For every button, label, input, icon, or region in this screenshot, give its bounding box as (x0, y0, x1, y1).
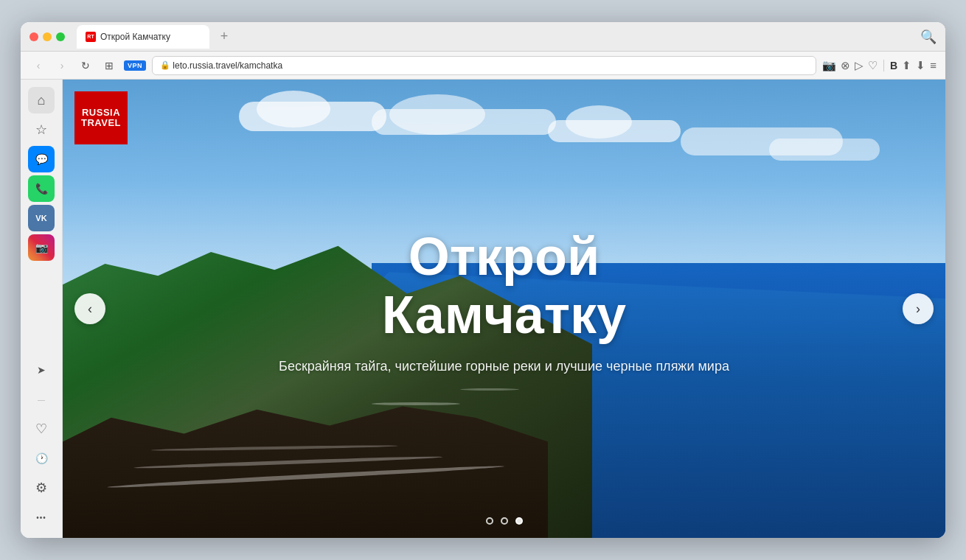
titlebar-search-icon[interactable]: 🔍 (920, 29, 937, 45)
sidebar-star-icon[interactable]: ☆ (28, 116, 55, 143)
refresh-button[interactable]: ↻ (77, 57, 94, 74)
carousel-dots (486, 517, 523, 525)
tab-area: RT Открой Камчатку + (71, 25, 914, 49)
carousel-next-button[interactable]: › (903, 293, 934, 324)
nav-divider (883, 60, 884, 71)
browser-window: RT Открой Камчатку + 🔍 ‹ › ↻ ⊞ VPN 🔒 let… (21, 22, 945, 538)
close-button[interactable] (29, 32, 38, 41)
carousel-dot-3[interactable] (515, 517, 523, 525)
bookmark-icon[interactable]: B (890, 60, 897, 71)
logo-text-line2: TRAVEL (81, 118, 121, 128)
sidebar-heart-icon[interactable]: ♡ (28, 416, 55, 442)
sidebar-settings-icon[interactable]: ⚙ (28, 475, 55, 501)
logo-text-line1: RUSSIA (82, 108, 120, 118)
grid-button[interactable]: ⊞ (100, 57, 118, 74)
sidebar-whatsapp-icon[interactable]: 📞 (28, 175, 55, 202)
nav-actions: 📷 ⊗ ▷ ♡ B ⬆ ⬇ ≡ (822, 59, 937, 72)
sidebar-more-icon[interactable]: ••• (28, 504, 55, 531)
sidebar: ⌂ ☆ 💬 📞 VK 📷 ➤ — ♡ 🕐 ⚙ ••• (21, 80, 63, 538)
sidebar-messenger-icon[interactable]: 💬 (28, 146, 55, 172)
forward-button[interactable]: › (53, 57, 71, 74)
url-bar[interactable]: 🔒 leto.russia.travel/kamchatka (152, 56, 816, 75)
russia-travel-logo[interactable]: RUSSIA TRAVEL (74, 91, 128, 144)
camera-icon[interactable]: 📷 (822, 59, 836, 72)
menu-icon[interactable]: ≡ (930, 59, 937, 71)
sidebar-home-icon[interactable]: ⌂ (28, 87, 55, 113)
block-icon[interactable]: ⊗ (841, 59, 850, 72)
sidebar-instagram-icon[interactable]: 📷 (28, 234, 55, 261)
new-tab-button[interactable]: + (214, 27, 234, 47)
ocean-wave-1 (372, 402, 460, 405)
share-icon[interactable]: ⬆ (902, 59, 911, 72)
sidebar-send-icon[interactable]: ➤ (28, 357, 55, 383)
title-bar: RT Открой Камчатку + 🔍 (21, 22, 945, 52)
traffic-lights (29, 32, 65, 41)
hero-content: Открой Камчатку Бескрайняя тайга, чистей… (151, 228, 858, 374)
hero-title: Открой Камчатку (151, 228, 858, 344)
sidebar-clock-icon[interactable]: 🕐 (28, 445, 55, 472)
download-icon[interactable]: ⬇ (916, 59, 925, 72)
tab-title: Открой Камчатку (100, 32, 170, 42)
ocean-wave-2 (460, 388, 519, 391)
url-text: leto.russia.travel/kamchatka (173, 60, 282, 71)
play-icon[interactable]: ▷ (855, 59, 864, 72)
webpage: RUSSIA TRAVEL Открой Камчатку Бескрайняя… (63, 80, 945, 538)
browser-tab[interactable]: RT Открой Камчатку (77, 25, 209, 49)
minimize-button[interactable] (43, 32, 52, 41)
sidebar-line-icon: — (28, 386, 55, 413)
favorite-icon[interactable]: ♡ (868, 59, 878, 72)
maximize-button[interactable] (56, 32, 65, 41)
carousel-dot-1[interactable] (486, 517, 493, 525)
carousel-prev-button[interactable]: ‹ (74, 293, 105, 324)
back-button[interactable]: ‹ (29, 57, 47, 74)
hero-subtitle: Бескрайняя тайга, чистейшие горные реки … (151, 360, 858, 375)
tab-favicon: RT (86, 32, 96, 42)
sidebar-vk-icon[interactable]: VK (28, 205, 55, 231)
nav-bar: ‹ › ↻ ⊞ VPN 🔒 leto.russia.travel/kamchat… (21, 52, 945, 80)
lock-icon: 🔒 (160, 60, 170, 70)
content-area: ⌂ ☆ 💬 📞 VK 📷 ➤ — ♡ 🕐 ⚙ ••• (21, 80, 945, 538)
carousel-dot-2[interactable] (501, 517, 508, 525)
hero-background: RUSSIA TRAVEL Открой Камчатку Бескрайняя… (63, 80, 945, 538)
vpn-badge[interactable]: VPN (124, 60, 146, 71)
